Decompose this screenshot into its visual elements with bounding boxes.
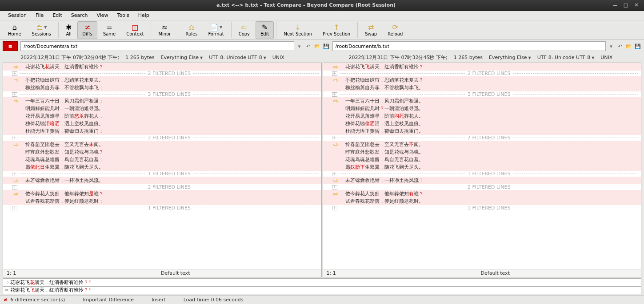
undo-icon[interactable]: ↶: [305, 43, 312, 50]
filtered-lines-row[interactable]: +1 FILTERED LINES: [323, 205, 641, 211]
sessions-button[interactable]: 🗀▼Sessions: [27, 21, 56, 39]
diff-line[interactable]: ⇨一年三百六十日，风刀霜剑严相逼；: [3, 97, 321, 105]
left-lineend[interactable]: UNIX: [272, 55, 284, 60]
filtered-lines-row[interactable]: +1 FILTERED LINES: [3, 205, 321, 211]
expand-icon[interactable]: +: [332, 206, 337, 210]
diff-line[interactable]: 愿侬此日生双翼，随花飞到天尽头。: [3, 163, 321, 171]
same-button[interactable]: =Same: [98, 21, 120, 39]
diff-line[interactable]: ⇨花谢花飞飞满天，红消香断有谁怜？: [323, 63, 641, 71]
menu-help[interactable]: Help: [134, 12, 154, 19]
expand-icon[interactable]: +: [12, 172, 17, 176]
right-pane-body[interactable]: ⇨花谢花飞飞满天，红消香断有谁怜？+2 FILTERED LINES⇨手把花锄出…: [323, 63, 641, 269]
home-button[interactable]: ⌂Home: [3, 21, 26, 39]
expand-icon[interactable]: +: [332, 136, 337, 140]
save-icon[interactable]: 💾: [323, 43, 330, 50]
save-icon[interactable]: 💾: [634, 43, 641, 50]
diff-line[interactable]: ⇨未若锦囊收艳骨，一抔净土掩风流！: [323, 177, 641, 184]
diff-line[interactable]: 花开易见落难寻，阶前闷死葬花人。: [323, 112, 641, 120]
filtered-lines-row[interactable]: +3 FILTERED LINES: [323, 91, 641, 97]
diff-line[interactable]: 试看春残花渐落，便是红颜老死时。: [323, 197, 641, 205]
diff-line[interactable]: ⇨一年三百六十日，风刀霜剑严相逼。: [323, 97, 641, 105]
filtered-lines-row[interactable]: +1 FILTERED LINES: [3, 171, 321, 177]
diffs-button[interactable]: ≠Diffs: [77, 21, 97, 39]
expand-icon[interactable]: +: [332, 92, 337, 97]
diff-line[interactable]: 独倚花锄偷洒泪，洒上空枝见血痕。: [323, 120, 641, 127]
dropdown-icon[interactable]: ▾: [296, 43, 303, 50]
prev-section-button[interactable]: ↑Prev Section: [318, 21, 355, 39]
compare-mode-icon[interactable]: ≡: [3, 41, 18, 51]
filtered-lines-row[interactable]: +2 FILTERED LINES: [323, 184, 641, 190]
menu-edit[interactable]: Edit: [48, 12, 66, 19]
reload-button[interactable]: ⟳Reload: [383, 21, 408, 39]
diff-line[interactable]: 花魂鸟魂总难留，鸟自无言花自羞；: [3, 156, 321, 163]
diff-line[interactable]: 杜鹃无语正黄昏，荷锄归去掩重门。: [323, 127, 641, 135]
diff-line[interactable]: ⇨手把花锄出绣帘，忍踏落花来复去。: [3, 76, 321, 84]
expand-icon[interactable]: +: [12, 185, 17, 190]
right-lineend[interactable]: UNIX: [600, 55, 612, 60]
left-encoding[interactable]: UTF-8: Unicode UTF-8▼: [209, 55, 266, 60]
filtered-lines-row[interactable]: +2 FILTERED LINES: [323, 135, 641, 141]
diff-line[interactable]: ⇨怜春忽至恼忽去，至又无言去未闻。: [3, 141, 321, 148]
filtered-lines-row[interactable]: +2 FILTERED LINES: [323, 71, 641, 76]
menu-tools[interactable]: Tools: [113, 12, 134, 19]
swap-button[interactable]: ⇄Swap: [360, 21, 382, 39]
open-folder-icon[interactable]: 📂: [314, 43, 321, 50]
right-encoding[interactable]: UTF-8: Unicode UTF-8▼: [537, 55, 595, 60]
diff-line[interactable]: ⇨手把花锄出绣帘，忍踏落花来复去？: [323, 76, 641, 84]
diff-line[interactable]: 杜鹃无语正黄昏，荷锄归去掩重门；: [3, 127, 321, 135]
copy-button[interactable]: ⇐Copy: [234, 21, 255, 39]
edit-button[interactable]: ✎Edit: [256, 21, 274, 39]
left-pane-body[interactable]: ⇨花谢花飞花满天，红消香断有谁怜？+2 FILTERED LINES⇨手把花锄出…: [3, 63, 321, 269]
rules-button[interactable]: ⚖Rules: [180, 21, 202, 39]
dropdown-icon[interactable]: ▾: [608, 43, 615, 50]
filtered-lines-row[interactable]: +3 FILTERED LINES: [3, 91, 321, 97]
format-button[interactable]: 📄▼Format: [203, 21, 228, 39]
menu-view[interactable]: View: [92, 12, 113, 19]
diff-line[interactable]: ⇨未若锦囊收艳骨，一抔净土掩风流。: [3, 177, 321, 184]
diff-line[interactable]: 柳丝榆荚自芳菲，不管桃飘与李飞。: [323, 84, 641, 91]
right-path-input[interactable]: [332, 41, 606, 51]
diff-line[interactable]: 明媚鲜妍能几时，一朝漂泊难寻觅。: [3, 105, 321, 112]
menu-file[interactable]: File: [31, 12, 48, 19]
expand-icon[interactable]: +: [12, 206, 17, 210]
diff-line[interactable]: ⇨侬今葬花人笑痴，他年葬侬知是谁？: [3, 190, 321, 197]
minimize-button[interactable]: —: [611, 1, 619, 9]
filtered-lines-row[interactable]: +2 FILTERED LINES: [3, 184, 321, 190]
diff-line[interactable]: 花魂鸟魂总难留，鸟自无言花自羞。: [323, 156, 641, 163]
diff-line[interactable]: 试看春残花渐落，便是红颜老死时；: [3, 197, 321, 205]
expand-icon[interactable]: +: [332, 172, 337, 176]
bottom-line-left[interactable]: ⇨ 花谢花飞花满天，红消香断有谁怜？¶: [3, 278, 641, 287]
all-button[interactable]: ✱All: [61, 21, 76, 39]
filtered-lines-row[interactable]: +1 FILTERED LINES: [323, 171, 641, 177]
right-filter[interactable]: Everything Else▼: [489, 55, 531, 60]
expand-icon[interactable]: +: [332, 71, 337, 76]
diff-line[interactable]: 愿奴胁下生双翼，随花飞到天尽头。: [323, 163, 641, 171]
filtered-lines-row[interactable]: +2 FILTERED LINES: [3, 135, 321, 141]
context-button[interactable]: ◫Context: [121, 21, 148, 39]
menu-search[interactable]: Search: [67, 12, 92, 19]
undo-icon[interactable]: ↶: [616, 43, 624, 50]
expand-icon[interactable]: +: [332, 185, 337, 190]
left-path-input[interactable]: [20, 41, 294, 51]
minor-button[interactable]: ≈Minor: [153, 21, 176, 39]
close-button[interactable]: ✕: [632, 1, 640, 9]
filtered-lines-row[interactable]: +2 FILTERED LINES: [3, 71, 321, 76]
expand-icon[interactable]: +: [12, 92, 17, 97]
diff-line[interactable]: ⇨怜春忽至恼忽去，至又无言去不闻。: [323, 141, 641, 148]
next-section-button[interactable]: ↓Next Section: [279, 21, 317, 39]
diff-line[interactable]: ⇨花谢花飞花满天，红消香断有谁怜？: [3, 63, 321, 71]
open-folder-icon[interactable]: 📂: [625, 43, 632, 50]
diff-line[interactable]: 花开易见落难寻，阶前愁杀葬花人，: [3, 112, 321, 120]
expand-icon[interactable]: +: [12, 136, 17, 140]
maximize-button[interactable]: □: [622, 1, 630, 9]
left-filter[interactable]: Everything Else▼: [160, 55, 203, 60]
diff-line[interactable]: 昨宵庭外悲歌发，知是花魂与鸟魂？: [3, 148, 321, 156]
diff-line[interactable]: 明媚鲜妍能几时？一朝漂泊难寻觅。: [323, 105, 641, 112]
diff-line[interactable]: ⇨侬今葬花人笑痴，他年葬侬知有谁？: [323, 190, 641, 197]
diff-line[interactable]: 独倚花锄泪暗洒，洒上空枝见血痕。: [3, 120, 321, 127]
diff-line[interactable]: 柳丝榆荚自芳菲，不管桃飘与李飞；: [3, 84, 321, 91]
expand-icon[interactable]: +: [12, 71, 17, 76]
menu-session[interactable]: Session: [4, 12, 31, 19]
bottom-line-right[interactable]: ⇨ 花谢花飞飞满天，红消香断有谁怜？¶: [3, 287, 641, 295]
diff-line[interactable]: 昨宵庭外悲歌发，知是花魂与鸟魂。: [323, 148, 641, 156]
